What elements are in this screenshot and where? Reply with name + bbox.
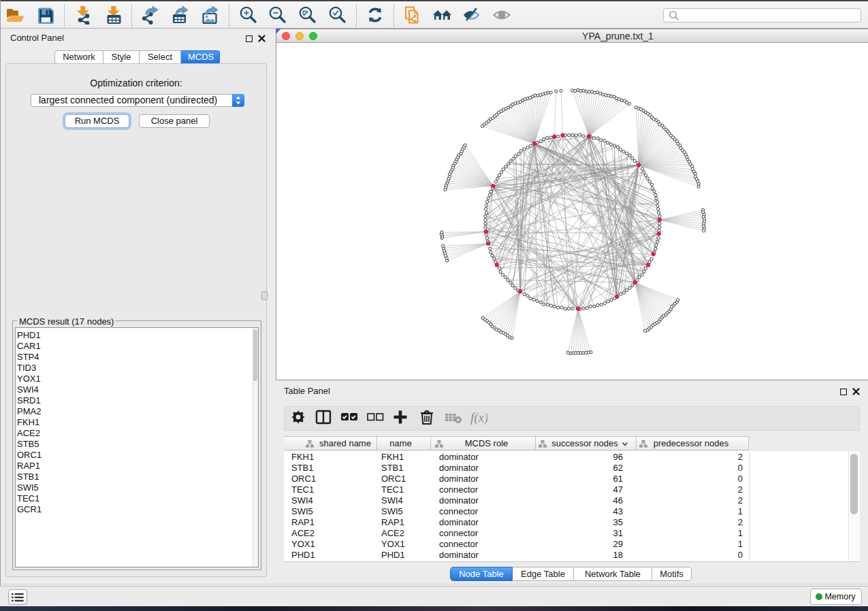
svg-text:f(x): f(x) bbox=[470, 410, 487, 425]
